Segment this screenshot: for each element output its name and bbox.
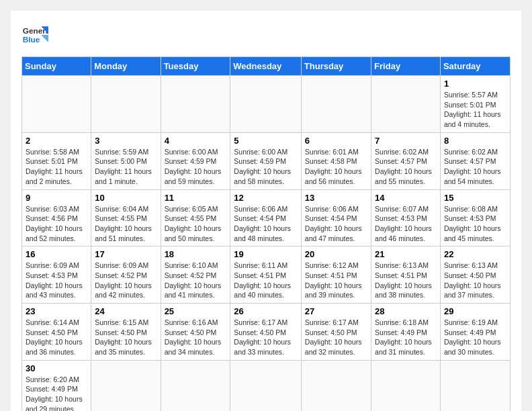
day-number: 20 xyxy=(305,249,367,259)
calendar-cell: 16Sunrise: 6:09 AM Sunset: 4:53 PM Dayli… xyxy=(22,246,91,304)
day-number: 11 xyxy=(165,193,227,203)
day-number: 23 xyxy=(26,306,87,316)
day-number: 30 xyxy=(26,363,87,373)
day-info: Sunrise: 6:07 AM Sunset: 4:53 PM Dayligh… xyxy=(375,204,437,244)
weekday-header-tuesday: Tuesday xyxy=(161,57,230,76)
calendar-row-1: 2Sunrise: 5:58 AM Sunset: 5:01 PM Daylig… xyxy=(22,132,511,189)
calendar-cell xyxy=(371,76,441,133)
calendar-row-2: 9Sunrise: 6:03 AM Sunset: 4:56 PM Daylig… xyxy=(22,189,511,246)
calendar-cell: 26Sunrise: 6:17 AM Sunset: 4:50 PM Dayli… xyxy=(230,304,302,361)
calendar-cell: 2Sunrise: 5:58 AM Sunset: 5:01 PM Daylig… xyxy=(22,132,91,189)
day-info: Sunrise: 5:59 AM Sunset: 5:00 PM Dayligh… xyxy=(95,147,157,187)
calendar-cell: 23Sunrise: 6:14 AM Sunset: 4:50 PM Dayli… xyxy=(22,304,91,361)
calendar-cell: 21Sunrise: 6:13 AM Sunset: 4:51 PM Dayli… xyxy=(371,246,441,304)
day-info: Sunrise: 6:19 AM Sunset: 4:49 PM Dayligh… xyxy=(444,318,506,357)
calendar-cell: 4Sunrise: 6:00 AM Sunset: 4:59 PM Daylig… xyxy=(161,132,230,189)
svg-marker-3 xyxy=(41,35,48,42)
calendar-cell: 7Sunrise: 6:02 AM Sunset: 4:57 PM Daylig… xyxy=(371,132,441,189)
calendar-cell: 28Sunrise: 6:18 AM Sunset: 4:49 PM Dayli… xyxy=(371,304,441,361)
day-number: 9 xyxy=(26,193,87,203)
day-info: Sunrise: 6:05 AM Sunset: 4:55 PM Dayligh… xyxy=(165,204,227,244)
day-number: 6 xyxy=(305,136,367,146)
calendar-cell: 20Sunrise: 6:12 AM Sunset: 4:51 PM Dayli… xyxy=(301,246,371,304)
day-number: 5 xyxy=(234,136,298,146)
calendar-cell: 11Sunrise: 6:05 AM Sunset: 4:55 PM Dayli… xyxy=(161,189,230,246)
calendar-cell: 18Sunrise: 6:10 AM Sunset: 4:52 PM Dayli… xyxy=(161,246,230,304)
logo: General Blue xyxy=(21,21,48,48)
day-number: 8 xyxy=(444,136,506,146)
calendar-row-5: 30Sunrise: 6:20 AM Sunset: 4:49 PM Dayli… xyxy=(22,360,511,411)
calendar-cell: 1Sunrise: 5:57 AM Sunset: 5:01 PM Daylig… xyxy=(440,76,510,133)
day-number: 12 xyxy=(234,193,298,203)
calendar-cell: 13Sunrise: 6:06 AM Sunset: 4:54 PM Dayli… xyxy=(301,189,371,246)
calendar-cell xyxy=(161,360,230,411)
calendar-row-3: 16Sunrise: 6:09 AM Sunset: 4:53 PM Dayli… xyxy=(22,246,511,304)
day-number: 22 xyxy=(444,249,506,259)
day-number: 19 xyxy=(234,249,298,259)
weekday-header-row: SundayMondayTuesdayWednesdayThursdayFrid… xyxy=(22,57,511,76)
day-info: Sunrise: 5:58 AM Sunset: 5:01 PM Dayligh… xyxy=(26,147,87,187)
day-info: Sunrise: 6:20 AM Sunset: 4:49 PM Dayligh… xyxy=(26,375,87,411)
calendar-cell: 29Sunrise: 6:19 AM Sunset: 4:49 PM Dayli… xyxy=(440,304,510,361)
day-number: 28 xyxy=(375,306,437,316)
calendar-cell: 25Sunrise: 6:16 AM Sunset: 4:50 PM Dayli… xyxy=(161,304,230,361)
day-number: 25 xyxy=(165,306,227,316)
day-number: 24 xyxy=(95,306,157,316)
day-info: Sunrise: 6:18 AM Sunset: 4:49 PM Dayligh… xyxy=(375,318,437,357)
day-info: Sunrise: 6:10 AM Sunset: 4:52 PM Dayligh… xyxy=(165,261,227,300)
day-info: Sunrise: 6:00 AM Sunset: 4:59 PM Dayligh… xyxy=(234,147,298,187)
weekday-header-friday: Friday xyxy=(371,57,441,76)
calendar-cell xyxy=(91,360,161,411)
day-info: Sunrise: 6:02 AM Sunset: 4:57 PM Dayligh… xyxy=(444,147,506,187)
calendar-cell xyxy=(230,360,302,411)
calendar-cell xyxy=(22,76,91,133)
calendar-cell: 12Sunrise: 6:06 AM Sunset: 4:54 PM Dayli… xyxy=(230,189,302,246)
day-info: Sunrise: 5:57 AM Sunset: 5:01 PM Dayligh… xyxy=(444,90,506,130)
day-number: 1 xyxy=(444,79,506,89)
day-number: 7 xyxy=(375,136,437,146)
day-info: Sunrise: 6:01 AM Sunset: 4:58 PM Dayligh… xyxy=(305,147,367,187)
calendar-cell: 30Sunrise: 6:20 AM Sunset: 4:49 PM Dayli… xyxy=(22,360,91,411)
calendar-cell xyxy=(91,76,161,133)
calendar-cell: 14Sunrise: 6:07 AM Sunset: 4:53 PM Dayli… xyxy=(371,189,441,246)
day-number: 21 xyxy=(375,249,437,259)
day-info: Sunrise: 6:17 AM Sunset: 4:50 PM Dayligh… xyxy=(234,318,298,357)
calendar-cell: 6Sunrise: 6:01 AM Sunset: 4:58 PM Daylig… xyxy=(301,132,371,189)
day-number: 16 xyxy=(26,249,87,259)
day-info: Sunrise: 6:16 AM Sunset: 4:50 PM Dayligh… xyxy=(165,318,227,357)
day-number: 26 xyxy=(234,306,298,316)
weekday-header-monday: Monday xyxy=(91,57,161,76)
calendar-cell xyxy=(230,76,302,133)
calendar-cell: 22Sunrise: 6:13 AM Sunset: 4:50 PM Dayli… xyxy=(440,246,510,304)
day-info: Sunrise: 6:00 AM Sunset: 4:59 PM Dayligh… xyxy=(165,147,227,187)
day-info: Sunrise: 6:08 AM Sunset: 4:53 PM Dayligh… xyxy=(444,204,506,244)
calendar-table: SundayMondayTuesdayWednesdayThursdayFrid… xyxy=(21,56,511,411)
day-info: Sunrise: 6:13 AM Sunset: 4:51 PM Dayligh… xyxy=(375,261,437,300)
calendar-cell xyxy=(371,360,441,411)
calendar-row-0: 1Sunrise: 5:57 AM Sunset: 5:01 PM Daylig… xyxy=(22,76,511,133)
day-number: 3 xyxy=(95,136,157,146)
calendar-cell xyxy=(440,360,510,411)
calendar-container: General Blue SundayMondayTuesdayWednesda… xyxy=(11,11,521,411)
calendar-cell: 24Sunrise: 6:15 AM Sunset: 4:50 PM Dayli… xyxy=(91,304,161,361)
day-number: 4 xyxy=(165,136,227,146)
calendar-cell: 17Sunrise: 6:09 AM Sunset: 4:52 PM Dayli… xyxy=(91,246,161,304)
calendar-cell: 27Sunrise: 6:17 AM Sunset: 4:50 PM Dayli… xyxy=(301,304,371,361)
weekday-header-saturday: Saturday xyxy=(440,57,510,76)
calendar-cell: 8Sunrise: 6:02 AM Sunset: 4:57 PM Daylig… xyxy=(440,132,510,189)
day-number: 17 xyxy=(95,249,157,259)
day-info: Sunrise: 6:13 AM Sunset: 4:50 PM Dayligh… xyxy=(444,261,506,300)
day-info: Sunrise: 6:04 AM Sunset: 4:55 PM Dayligh… xyxy=(95,204,157,244)
day-info: Sunrise: 6:03 AM Sunset: 4:56 PM Dayligh… xyxy=(26,204,87,244)
day-number: 13 xyxy=(305,193,367,203)
day-info: Sunrise: 6:09 AM Sunset: 4:53 PM Dayligh… xyxy=(26,261,87,300)
header: General Blue xyxy=(21,21,511,48)
calendar-cell: 3Sunrise: 5:59 AM Sunset: 5:00 PM Daylig… xyxy=(91,132,161,189)
day-number: 10 xyxy=(95,193,157,203)
day-info: Sunrise: 6:15 AM Sunset: 4:50 PM Dayligh… xyxy=(95,318,157,357)
logo-icon: General Blue xyxy=(21,21,48,48)
weekday-header-wednesday: Wednesday xyxy=(230,57,302,76)
svg-text:Blue: Blue xyxy=(23,35,40,44)
calendar-cell xyxy=(301,76,371,133)
day-info: Sunrise: 6:17 AM Sunset: 4:50 PM Dayligh… xyxy=(305,318,367,357)
